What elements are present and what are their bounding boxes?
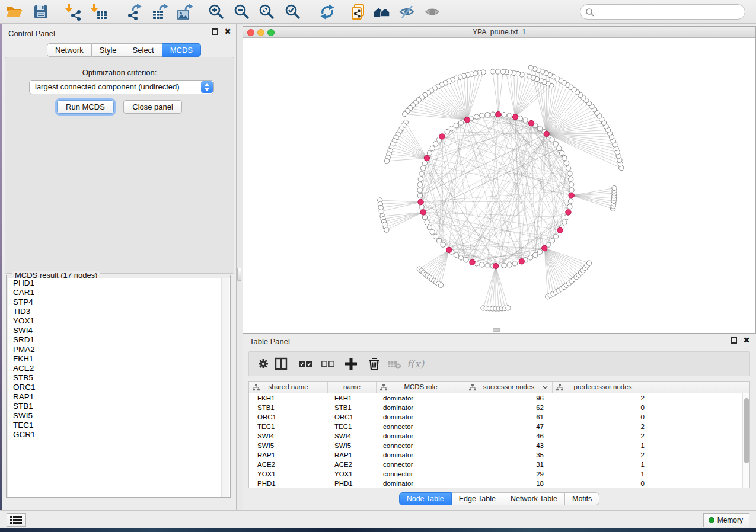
- table-row[interactable]: SWI4SWI4dominator462: [249, 431, 742, 441]
- dominator-node[interactable]: [439, 134, 445, 139]
- cell-successor-nodes[interactable]: 43: [465, 441, 553, 450]
- network-node[interactable]: [612, 185, 617, 190]
- import-network-icon[interactable]: [65, 3, 82, 21]
- network-node[interactable]: [562, 220, 567, 225]
- network-node[interactable]: [425, 220, 429, 225]
- tab-edge-table[interactable]: Edge Table: [452, 492, 503, 505]
- cell-name[interactable]: PHD1: [328, 479, 377, 488]
- network-node[interactable]: [569, 182, 573, 187]
- network-node[interactable]: [506, 306, 511, 310]
- table-options-icon[interactable]: [257, 356, 272, 371]
- network-graph-canvas[interactable]: [243, 38, 755, 333]
- network-node[interactable]: [537, 126, 542, 131]
- mcds-result-item[interactable]: TEC1: [8, 421, 230, 430]
- deselect-all-icon[interactable]: [320, 356, 336, 371]
- mcds-result-item[interactable]: FKH1: [8, 354, 230, 364]
- mcds-result-item[interactable]: PMA2: [8, 345, 230, 354]
- table-row[interactable]: RAP1RAP1dominator352: [249, 450, 742, 460]
- dominator-node[interactable]: [519, 259, 524, 264]
- dominator-node[interactable]: [569, 193, 574, 198]
- tab-node-table[interactable]: Node Table: [399, 492, 452, 505]
- dominator-node[interactable]: [496, 111, 501, 117]
- cell-MCDS-role[interactable]: dominator: [377, 450, 465, 460]
- mcds-result-item[interactable]: YOX1: [8, 316, 230, 326]
- column-header-predecessor-nodes[interactable]: predecessor nodes: [553, 382, 653, 393]
- tab-select[interactable]: Select: [125, 43, 162, 57]
- network-node[interactable]: [507, 113, 512, 118]
- result-list-scrollbar[interactable]: [221, 278, 229, 497]
- network-node[interactable]: [569, 188, 574, 193]
- add-row-icon[interactable]: [343, 356, 359, 371]
- table-scrollbar[interactable]: [742, 393, 749, 488]
- dominator-node[interactable]: [566, 210, 571, 215]
- network-node[interactable]: [433, 234, 438, 239]
- network-node[interactable]: [417, 193, 422, 198]
- network-node[interactable]: [384, 227, 389, 232]
- close-table-panel-icon[interactable]: ✖: [743, 337, 750, 344]
- cell-predecessor-nodes[interactable]: 2: [553, 393, 653, 403]
- create-column-icon[interactable]: [274, 356, 289, 371]
- cell-name[interactable]: ACE2: [328, 460, 377, 469]
- dominator-node[interactable]: [446, 247, 451, 252]
- dominator-node[interactable]: [420, 210, 426, 215]
- save-session-icon[interactable]: [32, 3, 50, 21]
- cell-shared-name[interactable]: FKH1: [249, 393, 328, 403]
- mcds-result-item[interactable]: TID3: [8, 307, 230, 316]
- cell-shared-name[interactable]: STB1: [249, 403, 328, 412]
- network-window-titlebar[interactable]: YPA_prune.txt_1: [243, 27, 755, 38]
- network-node[interactable]: [464, 258, 468, 262]
- network-node[interactable]: [559, 150, 564, 155]
- dominator-node[interactable]: [418, 199, 423, 204]
- cell-name[interactable]: STB1: [328, 403, 377, 412]
- network-node[interactable]: [420, 166, 425, 171]
- cell-successor-nodes[interactable]: 96: [465, 393, 553, 403]
- cell-name[interactable]: TEC1: [328, 422, 377, 431]
- zoom-fit-icon[interactable]: [258, 3, 276, 21]
- network-node[interactable]: [441, 242, 445, 247]
- network-node[interactable]: [562, 155, 567, 160]
- cell-predecessor-nodes[interactable]: 0: [553, 403, 653, 412]
- network-node[interactable]: [553, 234, 558, 239]
- network-node[interactable]: [586, 261, 591, 265]
- network-node[interactable]: [458, 120, 463, 125]
- table-row[interactable]: YOX1YOX1connector291: [249, 469, 742, 479]
- cell-MCDS-role[interactable]: dominator: [377, 403, 465, 412]
- network-node[interactable]: [566, 166, 570, 171]
- network-node[interactable]: [523, 118, 528, 123]
- cell-name[interactable]: YOX1: [328, 469, 377, 479]
- tab-motifs[interactable]: Motifs: [565, 492, 599, 505]
- dominator-node[interactable]: [470, 259, 475, 265]
- table-row[interactable]: TEC1TEC1connector472: [249, 422, 742, 431]
- tab-style[interactable]: Style: [92, 43, 125, 57]
- cell-successor-nodes[interactable]: 61: [465, 412, 553, 422]
- splitter-grip[interactable]: [237, 268, 241, 281]
- cell-successor-nodes[interactable]: 62: [465, 403, 553, 412]
- network-node[interactable]: [422, 161, 427, 165]
- close-panel-button[interactable]: Close panel: [123, 100, 182, 114]
- network-node[interactable]: [567, 204, 572, 209]
- home-icon[interactable]: [373, 3, 391, 21]
- cell-predecessor-nodes[interactable]: 1: [553, 469, 653, 479]
- column-header-MCDS-role[interactable]: MCDS role: [377, 382, 465, 393]
- tab-mcds[interactable]: MCDS: [162, 43, 201, 57]
- cell-successor-nodes[interactable]: 35: [465, 450, 553, 460]
- network-node[interactable]: [500, 69, 505, 74]
- network-node[interactable]: [550, 238, 554, 243]
- dominator-node[interactable]: [464, 117, 470, 123]
- mcds-result-list[interactable]: PHD1CAR1STP4TID3YOX1SWI4SRD1PMA2FKH1ACE2…: [8, 278, 230, 497]
- cell-successor-nodes[interactable]: 47: [465, 422, 553, 431]
- zoom-out-icon[interactable]: [233, 3, 251, 21]
- copy-network-style-icon[interactable]: [350, 3, 368, 21]
- mcds-result-item[interactable]: GCR1: [8, 430, 230, 440]
- cell-shared-name[interactable]: ACE2: [249, 460, 328, 469]
- cell-MCDS-role[interactable]: connector: [377, 422, 465, 431]
- network-node[interactable]: [553, 142, 558, 146]
- cell-shared-name[interactable]: ORC1: [249, 412, 328, 422]
- window-minimize-icon[interactable]: [257, 29, 264, 36]
- network-node[interactable]: [480, 113, 484, 118]
- network-node[interactable]: [427, 150, 432, 155]
- hide-selected-icon[interactable]: [398, 3, 416, 21]
- panel-splitter[interactable]: [237, 24, 243, 510]
- mcds-result-item[interactable]: SWI5: [8, 411, 230, 421]
- network-node[interactable]: [454, 123, 458, 128]
